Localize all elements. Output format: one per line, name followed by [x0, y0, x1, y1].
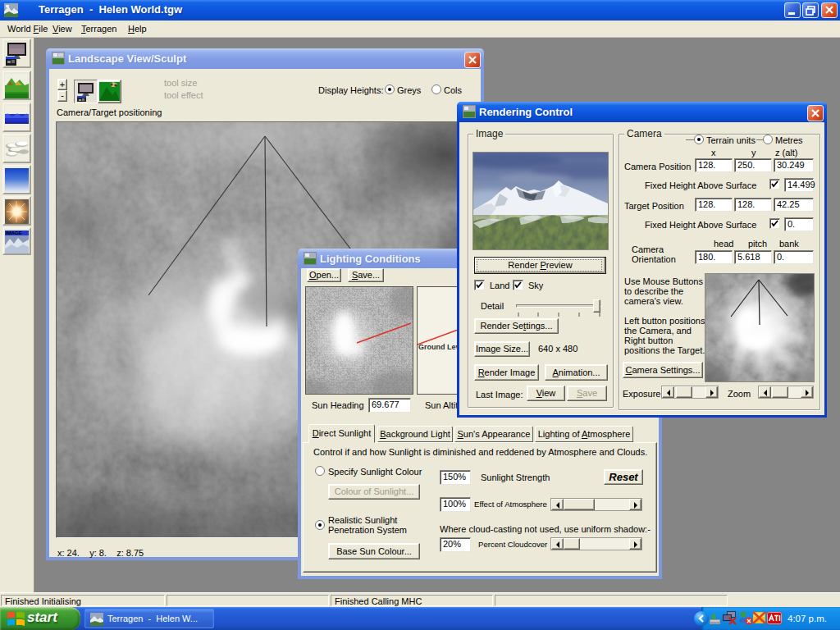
svg-text:IMAGE: IMAGE	[6, 231, 22, 235]
